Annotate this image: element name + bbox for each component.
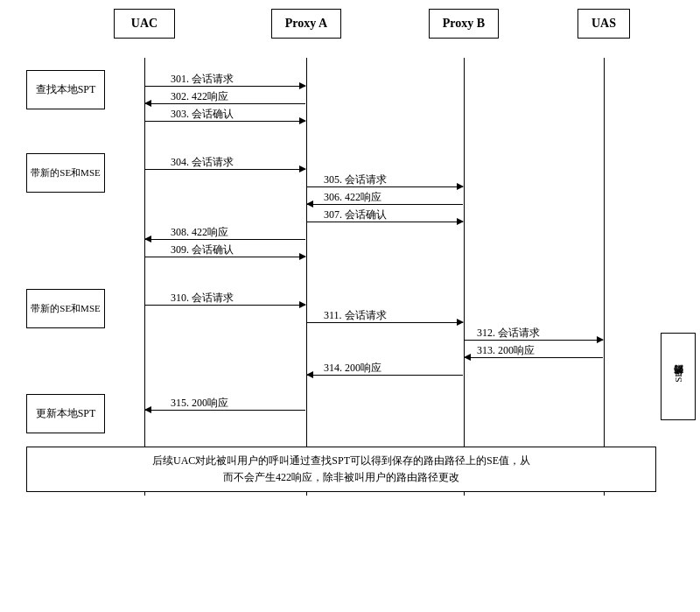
label-307: 307. 会话确认 <box>324 208 387 222</box>
entity-uac: UAC <box>114 9 175 39</box>
entity-proxy-b: Proxy B <box>429 9 499 39</box>
label-311: 311. 会话请求 <box>324 308 387 323</box>
left-label-update-spt: 更新本地SPT <box>26 394 105 433</box>
label-310: 310. 会话请求 <box>171 291 234 306</box>
label-312: 312. 会话请求 <box>477 326 540 341</box>
left-label-spt-search: 查找本地SPT <box>26 70 105 109</box>
lifeline-uac <box>144 58 145 496</box>
entity-proxy-a: Proxy A <box>271 9 341 39</box>
label-308: 308. 422响应 <box>171 225 228 240</box>
label-301: 301. 会话请求 <box>171 72 234 87</box>
label-304: 304. 会话请求 <box>171 155 234 170</box>
label-314: 314. 200响应 <box>324 361 382 376</box>
label-305: 305. 会话请求 <box>324 172 387 187</box>
label-302: 302. 422响应 <box>171 89 228 104</box>
label-303: 303. 会话确认 <box>171 107 234 122</box>
label-313: 313. 200响应 <box>477 343 535 358</box>
label-306: 306. 422响应 <box>324 190 382 205</box>
bottom-info-box: 后续UAC对此被叫用户的呼叫通过查找SPT可以得到保存的路由路径上的SE值，从而… <box>26 447 656 492</box>
label-309: 309. 会话确认 <box>171 243 234 257</box>
sequence-diagram: UAC Proxy A Proxy B UAS 查找本地SPT 带新的SE和MS… <box>0 0 700 612</box>
lifeline-proxy-a <box>306 58 307 496</box>
lifeline-proxy-b <box>464 58 465 496</box>
bottom-info-text: 后续UAC对此被叫用户的呼叫通过查找SPT可以得到保存的路由路径上的SE值，从而… <box>152 454 530 483</box>
label-315: 315. 200响应 <box>171 396 228 411</box>
right-label-se: 带协商好的SE <box>661 333 696 420</box>
entity-uas: UAS <box>578 9 630 39</box>
lifeline-uas <box>604 58 605 496</box>
left-label-se-mse-2: 带新的SE和MSE <box>26 289 105 328</box>
left-label-se-mse-1: 带新的SE和MSE <box>26 153 105 193</box>
